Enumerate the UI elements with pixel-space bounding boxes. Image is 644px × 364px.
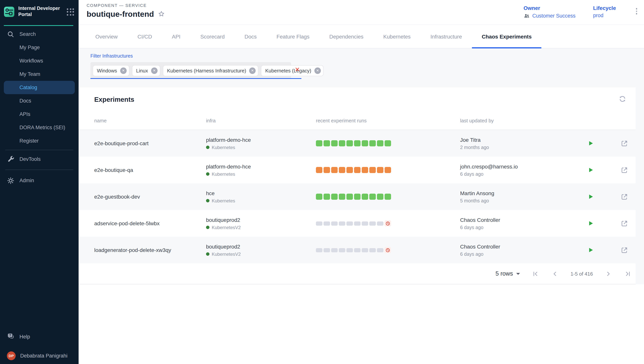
run-square-success[interactable] bbox=[362, 194, 368, 200]
run-square-success[interactable] bbox=[316, 194, 322, 200]
tab-docs[interactable]: Docs bbox=[235, 25, 267, 48]
sidebar-item-workflows[interactable]: Workflows bbox=[4, 54, 75, 68]
tab-overview[interactable]: Overview bbox=[86, 25, 128, 48]
filter-chip[interactable]: Linux ✕ bbox=[132, 65, 160, 76]
infrastructure-filter-input[interactable]: Windows ✕ Linux ✕ Kubernetes (Harness In… bbox=[90, 62, 301, 79]
filter-chip[interactable]: Kubernetes (Harness Infrastructure) ✕ bbox=[163, 65, 258, 76]
open-experiment-launch-icon[interactable] bbox=[621, 140, 628, 147]
prev-page-button[interactable] bbox=[551, 270, 559, 278]
run-square-failed[interactable] bbox=[316, 167, 322, 173]
table-row[interactable]: e2e-guestbook-dev hce Kubernetes Martin … bbox=[79, 183, 635, 210]
owner-link[interactable]: Customer Success bbox=[524, 12, 576, 19]
run-square-success[interactable] bbox=[347, 194, 353, 200]
chip-remove-icon[interactable]: ✕ bbox=[249, 67, 256, 74]
sidebar-item-apis[interactable]: APIs bbox=[4, 108, 75, 121]
sidebar-item-dora-metrics-sei[interactable]: DORA Metrics (SEI) bbox=[4, 121, 75, 134]
run-square-failed[interactable] bbox=[324, 167, 330, 173]
filter-chip[interactable]: Windows ✕ bbox=[93, 65, 129, 76]
tab-kubernetes[interactable]: Kubernetes bbox=[373, 25, 420, 48]
pending-clock-icon[interactable] bbox=[385, 247, 391, 253]
chip-remove-icon[interactable]: ✕ bbox=[314, 67, 321, 74]
run-square-failed[interactable] bbox=[339, 167, 345, 173]
run-square-empty[interactable] bbox=[362, 248, 368, 252]
open-experiment-launch-icon[interactable] bbox=[621, 220, 628, 227]
tab-scorecard[interactable]: Scorecard bbox=[190, 25, 235, 48]
run-square-empty[interactable] bbox=[354, 221, 360, 226]
run-experiment-play-button[interactable] bbox=[587, 220, 594, 227]
run-square-success[interactable] bbox=[377, 140, 383, 146]
run-square-success[interactable] bbox=[354, 194, 360, 200]
clear-filters-x-icon[interactable]: ✕ bbox=[295, 67, 300, 73]
open-experiment-launch-icon[interactable] bbox=[621, 246, 628, 254]
next-page-button[interactable] bbox=[604, 270, 612, 278]
run-square-success[interactable] bbox=[324, 194, 330, 200]
run-square-failed[interactable] bbox=[385, 167, 391, 173]
table-row[interactable]: adservice-pod-delete-5lwbx boutiqueprod2… bbox=[79, 210, 635, 237]
table-row[interactable]: e2e-boutique-qa platform-demo-hce Kubern… bbox=[79, 157, 635, 183]
run-square-success[interactable] bbox=[331, 140, 338, 146]
run-square-empty[interactable] bbox=[362, 221, 368, 226]
run-square-success[interactable] bbox=[385, 194, 391, 200]
run-square-success[interactable] bbox=[324, 140, 330, 146]
chip-remove-icon[interactable]: ✕ bbox=[151, 67, 158, 74]
run-square-success[interactable] bbox=[369, 140, 376, 146]
open-experiment-launch-icon[interactable] bbox=[621, 166, 628, 174]
favorite-star-icon[interactable] bbox=[158, 10, 165, 18]
sidebar-item-docs[interactable]: Docs bbox=[4, 94, 75, 108]
sidebar-item-catalog[interactable]: Catalog bbox=[4, 81, 75, 94]
run-square-failed[interactable] bbox=[347, 167, 353, 173]
rows-per-page-select[interactable]: 5 rows bbox=[496, 270, 520, 277]
pending-clock-icon[interactable] bbox=[385, 220, 391, 226]
app-switcher-grid-icon[interactable] bbox=[67, 8, 74, 16]
run-square-empty[interactable] bbox=[354, 248, 360, 252]
run-square-empty[interactable] bbox=[316, 248, 322, 252]
run-square-success[interactable] bbox=[339, 140, 345, 146]
run-square-failed[interactable] bbox=[377, 167, 383, 173]
run-square-empty[interactable] bbox=[377, 221, 383, 226]
run-experiment-play-button[interactable] bbox=[587, 246, 594, 254]
run-square-failed[interactable] bbox=[354, 167, 360, 173]
sidebar-item-register[interactable]: Register bbox=[4, 134, 75, 148]
refresh-icon[interactable] bbox=[617, 94, 628, 106]
run-square-empty[interactable] bbox=[377, 248, 383, 252]
chip-remove-icon[interactable]: ✕ bbox=[120, 67, 127, 74]
sidebar-item-admin[interactable]: Admin bbox=[4, 174, 75, 187]
table-row[interactable]: loadgenerator-pod-delete-xw3qy boutiquep… bbox=[79, 237, 635, 264]
run-square-empty[interactable] bbox=[347, 221, 353, 226]
run-square-success[interactable] bbox=[362, 140, 368, 146]
run-square-empty[interactable] bbox=[324, 248, 330, 252]
run-square-empty[interactable] bbox=[339, 248, 345, 252]
run-square-success[interactable] bbox=[369, 194, 376, 200]
table-row[interactable]: e2e-boutique-prod-cart platform-demo-hce… bbox=[79, 130, 635, 157]
run-square-failed[interactable] bbox=[331, 167, 338, 173]
run-square-empty[interactable] bbox=[347, 248, 353, 252]
user-menu[interactable]: DP Debabrata Panigrahi bbox=[4, 349, 75, 362]
filter-infrastructures-label[interactable]: Filter Infrastructures bbox=[90, 53, 635, 59]
sidebar-item-my-page[interactable]: My Page bbox=[4, 41, 75, 54]
run-square-success[interactable] bbox=[316, 140, 322, 146]
tab-chaos-experiments[interactable]: Chaos Experiments bbox=[472, 25, 542, 48]
filter-chip[interactable]: Kubernetes (Legacy) ✕ bbox=[261, 65, 323, 76]
run-square-empty[interactable] bbox=[316, 221, 322, 226]
run-experiment-play-button[interactable] bbox=[587, 193, 594, 200]
run-experiment-play-button[interactable] bbox=[587, 166, 594, 174]
run-square-success[interactable] bbox=[347, 140, 353, 146]
run-experiment-play-button[interactable] bbox=[587, 140, 594, 147]
tab-infrastructure[interactable]: Infrastructure bbox=[421, 25, 472, 48]
more-options-kebab-icon[interactable] bbox=[633, 5, 639, 17]
sidebar-item-devtools[interactable]: DevTools bbox=[4, 152, 75, 166]
tab-dependencies[interactable]: Dependencies bbox=[319, 25, 373, 48]
run-square-success[interactable] bbox=[377, 194, 383, 200]
run-square-failed[interactable] bbox=[362, 167, 368, 173]
run-square-empty[interactable] bbox=[369, 248, 376, 252]
sidebar-item-help[interactable]: ? Help bbox=[4, 330, 75, 344]
sidebar-item-my-team[interactable]: My Team bbox=[4, 68, 75, 81]
run-square-failed[interactable] bbox=[369, 167, 376, 173]
run-square-empty[interactable] bbox=[369, 221, 376, 226]
run-square-success[interactable] bbox=[385, 140, 391, 146]
tab-api[interactable]: API bbox=[162, 25, 190, 48]
last-page-button[interactable] bbox=[624, 270, 632, 278]
first-page-button[interactable] bbox=[532, 270, 540, 278]
run-square-empty[interactable] bbox=[324, 221, 330, 226]
run-square-success[interactable] bbox=[354, 140, 360, 146]
